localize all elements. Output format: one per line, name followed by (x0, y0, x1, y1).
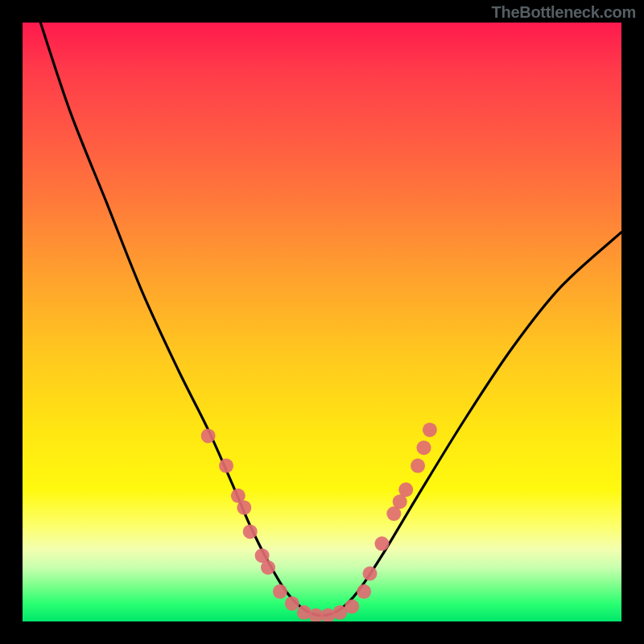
data-point (285, 597, 299, 611)
watermark-text: TheBottleneck.com (492, 3, 636, 22)
bottleneck-curve-path (40, 23, 621, 616)
chart-frame: TheBottleneck.com (0, 0, 644, 644)
data-point (201, 428, 216, 443)
plot-area (23, 23, 621, 621)
data-point (357, 584, 371, 599)
data-point (320, 609, 335, 621)
bottleneck-curve-svg (23, 23, 621, 621)
data-point (398, 482, 413, 497)
data-point (261, 560, 275, 575)
data-point (345, 599, 359, 613)
data-point (273, 584, 287, 599)
data-point (374, 536, 389, 551)
data-point (219, 459, 233, 473)
data-point (243, 524, 258, 539)
data-point (423, 423, 437, 437)
data-point (237, 501, 251, 515)
data-point (363, 567, 378, 581)
data-point (417, 440, 431, 455)
data-point (411, 459, 425, 473)
